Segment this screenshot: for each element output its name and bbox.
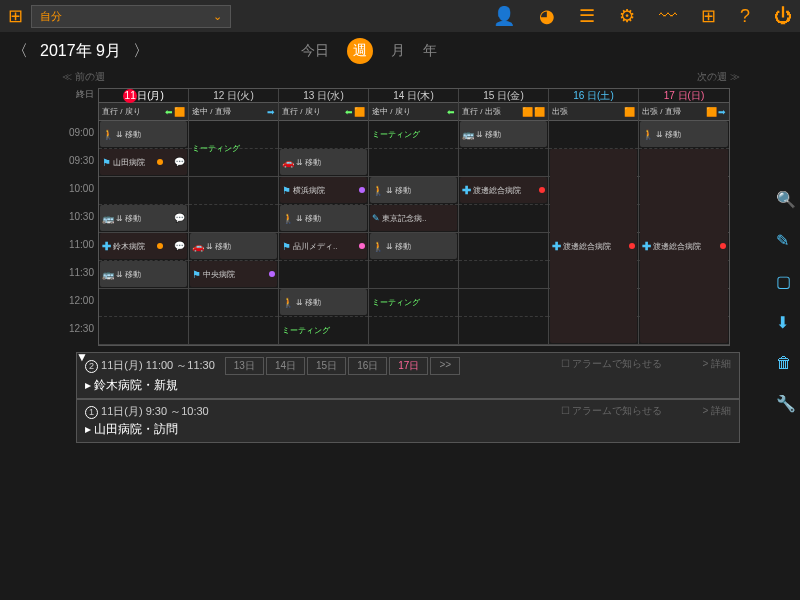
item-date: 11日(月) 9:30 ～10:30 — [101, 405, 209, 417]
calendar-event[interactable]: ⚑中央病院 — [190, 261, 277, 287]
tab-today[interactable]: 今日 — [301, 42, 329, 60]
calendar-event[interactable]: ミーティング — [280, 317, 367, 343]
calendar-event[interactable]: 🚶⇊移動 — [370, 233, 457, 259]
calendar-event[interactable]: ✚鈴木病院💬 — [100, 233, 187, 259]
day-column: 17 日(日)出張 / 直帰🟧➡🚶⇊移動✚渡邊総合病院 — [639, 89, 729, 345]
time-label: 12:30 — [60, 315, 94, 343]
next-week-button[interactable]: 次の週 ≫ — [697, 70, 740, 84]
calendar-event[interactable]: 🚶⇊移動 — [370, 177, 457, 203]
date-tab[interactable]: 14日 — [266, 357, 305, 375]
day-header[interactable]: 17 日(日) — [639, 89, 729, 103]
category-row: 出張🟧 — [549, 103, 638, 121]
calendar-event[interactable]: 🚌⇊移動💬 — [100, 205, 187, 231]
calendar-event[interactable]: ⚑横浜病院 — [280, 177, 367, 203]
day-header[interactable]: 14 日(木) — [369, 89, 458, 103]
day-column: 12 日(火)途中 / 直帰➡ミーティング🚗⇊移動⚑中央病院 — [189, 89, 279, 345]
list-icon[interactable]: ☰ — [579, 5, 595, 27]
calendar-event[interactable]: ミーティング — [370, 289, 457, 315]
day-header[interactable]: 13 日(水) — [279, 89, 368, 103]
calendar-grid: 11日(月)直行 / 戻り⬅🟧🚶⇊移動⚑山田病院💬🚌⇊移動💬✚鈴木病院💬🚌⇊移動… — [98, 88, 730, 346]
calendar-event[interactable]: ⚑山田病院💬 — [100, 149, 187, 175]
app-grid-icon[interactable]: ⊞ — [8, 5, 23, 27]
time-label: 11:00 — [60, 231, 94, 259]
time-column: 終日 09:0009:3010:0010:3011:0011:3012:0012… — [60, 88, 98, 346]
calendar-event[interactable]: 🚌⇊移動 — [460, 121, 547, 147]
note-icon[interactable]: ▢ — [776, 272, 796, 291]
date-tab[interactable]: 17日 — [389, 357, 428, 375]
calendar-event[interactable]: 🚶⇊移動 — [100, 121, 187, 147]
time-label: 09:30 — [60, 147, 94, 175]
day-header[interactable]: 16 日(土) — [549, 89, 638, 103]
chevron-down-icon: ⌄ — [213, 10, 222, 23]
prev-week-button[interactable]: ≪ 前の週 — [62, 70, 105, 84]
detail-row[interactable]: 1 11日(月) 9:30 ～10:30☐ アラームで知らせる> 詳細▸ 山田病… — [76, 399, 740, 443]
wrench-icon[interactable]: 🔧 — [776, 394, 796, 413]
calendar-event[interactable]: ⚑品川メディ.. — [280, 233, 367, 259]
help-icon[interactable]: ? — [740, 6, 750, 27]
time-label: 09:00 — [60, 119, 94, 147]
time-label: 10:30 — [60, 203, 94, 231]
detail-panel: 2 11日(月) 11:00 ～11:3013日14日15日16日17日>>☐ … — [76, 352, 740, 443]
tab-month[interactable]: 月 — [391, 42, 405, 60]
calendar-event[interactable]: 🚗⇊移動 — [190, 233, 277, 259]
tab-week[interactable]: 週 — [347, 38, 373, 64]
scroll-down-icon[interactable]: ▼ — [76, 350, 88, 364]
category-row: 出張 / 直帰🟧➡ — [639, 103, 729, 121]
alarm-checkbox[interactable]: ☐ アラームで知らせる — [561, 405, 663, 416]
person-icon[interactable]: 👤 — [493, 5, 515, 27]
item-number: 1 — [85, 406, 98, 419]
day-column: 13 日(水)直行 / 戻り⬅🟧🚗⇊移動⚑横浜病院🚶⇊移動⚑品川メディ..🚶⇊移… — [279, 89, 369, 345]
time-label: 12:00 — [60, 287, 94, 315]
calendar-event[interactable]: 🚌⇊移動 — [100, 261, 187, 287]
tab-year[interactable]: 年 — [423, 42, 437, 60]
day-column: 11日(月)直行 / 戻り⬅🟧🚶⇊移動⚑山田病院💬🚌⇊移動💬✚鈴木病院💬🚌⇊移動 — [99, 89, 189, 345]
date-tab[interactable]: 15日 — [307, 357, 346, 375]
sliders-icon[interactable]: ⚙ — [619, 5, 635, 27]
power-icon[interactable]: ⏻ — [774, 6, 792, 27]
day-header[interactable]: 15 日(金) — [459, 89, 548, 103]
day-column: 14 日(木)途中 / 戻り⬅ミーティング🚶⇊移動✎東京記念病..🚶⇊移動ミーテ… — [369, 89, 459, 345]
time-label: 11:30 — [60, 259, 94, 287]
calendar-event[interactable]: ✚渡邊総合病院 — [460, 177, 547, 203]
calendar-event[interactable]: 🚶⇊移動 — [280, 289, 367, 315]
category-row: 途中 / 直帰➡ — [189, 103, 278, 121]
category-row: 途中 / 戻り⬅ — [369, 103, 458, 121]
next-month-button[interactable]: 〉 — [133, 41, 149, 62]
day-column: 15 日(金)直行 / 出張🟧🟧🚌⇊移動✚渡邊総合病院 — [459, 89, 549, 345]
day-header[interactable]: 11日(月) — [99, 89, 188, 103]
category-row: 直行 / 戻り⬅🟧 — [279, 103, 368, 121]
edit-icon[interactable]: ✎ — [776, 231, 796, 250]
detail-row[interactable]: 2 11日(月) 11:00 ～11:3013日14日15日16日17日>>☐ … — [76, 352, 740, 399]
alarm-checkbox[interactable]: ☐ アラームで知らせる — [561, 358, 663, 369]
calendar-event[interactable]: ミーティング — [370, 121, 457, 147]
search-icon[interactable]: 🔍 — [776, 190, 796, 209]
download-icon[interactable]: ⬇ — [776, 313, 796, 332]
item-title: ▸ 山田病院・訪問 — [85, 421, 731, 438]
dropdown-value: 自分 — [40, 9, 62, 24]
day-column: 16 日(土)出張🟧✚渡邊総合病院 — [549, 89, 639, 345]
user-dropdown[interactable]: 自分 ⌄ — [31, 5, 231, 28]
calendar-event[interactable]: ミーティング — [190, 121, 277, 175]
calendar-event[interactable]: 🚶⇊移動 — [640, 121, 728, 147]
prev-month-button[interactable]: 〈 — [12, 41, 28, 62]
time-label: 10:00 — [60, 175, 94, 203]
calendar-event[interactable]: ✎東京記念病.. — [370, 205, 457, 231]
clock-icon[interactable]: ◕ — [539, 5, 555, 27]
date-tab[interactable]: >> — [430, 357, 460, 375]
detail-link[interactable]: > 詳細 — [702, 405, 731, 416]
calendar-event[interactable]: ✚渡邊総合病院 — [640, 149, 728, 343]
date-tab[interactable]: 16日 — [348, 357, 387, 375]
calendar-event[interactable]: ✚渡邊総合病院 — [550, 149, 637, 343]
calendar-event[interactable]: 🚶⇊移動 — [280, 205, 367, 231]
item-title: ▸ 鈴木病院・新規 — [85, 377, 731, 394]
item-date: 11日(月) 11:00 ～11:30 — [101, 359, 215, 371]
calendar-event[interactable]: 🚗⇊移動 — [280, 149, 367, 175]
date-tab[interactable]: 13日 — [225, 357, 264, 375]
chart-icon[interactable]: 〰 — [659, 6, 677, 27]
grid-apps-icon[interactable]: ⊞ — [701, 5, 716, 27]
detail-link[interactable]: > 詳細 — [702, 358, 731, 369]
category-row: 直行 / 戻り⬅🟧 — [99, 103, 188, 121]
trash-icon[interactable]: 🗑 — [776, 354, 796, 372]
day-header[interactable]: 12 日(火) — [189, 89, 278, 103]
month-label: 2017年 9月 — [40, 41, 121, 62]
